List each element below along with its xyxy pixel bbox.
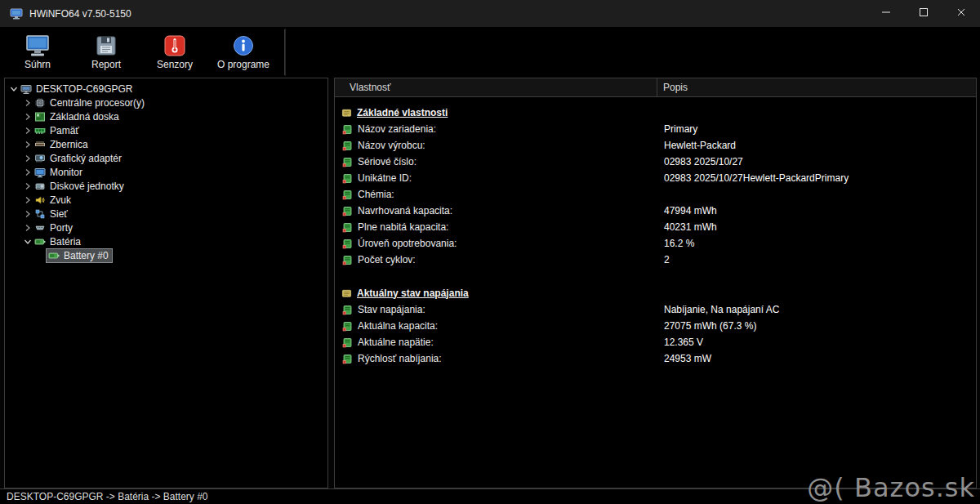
value-cell: 02983 2025/10/27Hewlett-PackardPrimary [657, 172, 849, 184]
tree-item-z-kladn-doska[interactable]: Základná doska [5, 109, 327, 123]
property-label: Rýchlosť nabíjania: [358, 353, 442, 364]
tree-item-diskov-jednotky[interactable]: Diskové jednotky [5, 179, 327, 193]
tree-item-box[interactable]: Sieť [33, 207, 71, 221]
tree-item-box[interactable]: DESKTOP-C69GPGR [19, 83, 136, 96]
tree-item-sie[interactable]: Sieť [5, 207, 327, 221]
property-row-unik-tne-id[interactable]: Unikátne ID:02983 2025/10/27Hewlett-Pack… [335, 170, 976, 186]
tree-item-box[interactable]: Zbernica [33, 138, 91, 151]
property-cell: Úroveň opotrebovania: [335, 238, 657, 249]
property-cell: Chémia: [335, 189, 657, 200]
property-label: Plne nabitá kapacita: [358, 221, 448, 233]
chevron-right-icon[interactable] [22, 224, 33, 232]
chevron-right-icon[interactable] [22, 196, 33, 204]
property-row-ch-mia[interactable]: Chémia: [335, 186, 976, 203]
tree-item-pam[interactable]: Pamäť [5, 123, 327, 137]
tree-item-porty[interactable]: Porty [5, 221, 327, 234]
details-header: Vlastnosť Popis [335, 78, 976, 97]
tree-item-box[interactable]: Monitor [33, 166, 86, 179]
main-area: DESKTOP-C69GPGRCentrálne procesor(y)Zákl… [4, 78, 977, 488]
prop-icon [342, 255, 353, 265]
chevron-right-icon[interactable] [22, 127, 33, 135]
ports-icon [34, 222, 46, 234]
chevron-right-icon[interactable] [22, 113, 33, 121]
property-row-s-riov-slo[interactable]: Sériové číslo:02983 2025/10/27 [335, 154, 976, 170]
tree-item-battery-0[interactable]: Battery #0 [5, 248, 327, 262]
window-controls [867, 0, 980, 27]
tree-item-box[interactable]: Základná doska [33, 110, 122, 123]
chevron-down-icon[interactable] [8, 85, 19, 93]
chevron-right-icon[interactable] [22, 168, 33, 176]
prop-icon [342, 140, 353, 151]
prop-icon [342, 239, 353, 249]
chevron-right-icon[interactable] [22, 182, 33, 190]
property-row-aktu-lna-kapacita[interactable]: Aktuálna kapacita:27075 mWh (67.3 %) [335, 318, 976, 334]
chevron-down-icon[interactable] [22, 238, 33, 246]
property-row-navrhovan-kapacita[interactable]: Navrhovaná kapacita:47994 mWh [335, 203, 976, 219]
report-icon [96, 34, 117, 57]
tree-item-zbernica[interactable]: Zbernica [5, 137, 327, 151]
property-label: Stav napájania: [358, 304, 425, 315]
tree-item-box[interactable]: Diskové jednotky [33, 180, 127, 193]
tree-item-box[interactable]: Centrálne procesor(y) [33, 96, 148, 109]
summary-button[interactable]: Súhrn [3, 29, 72, 75]
property-label: Chémia: [358, 189, 394, 200]
tree-item-grafick-adapt-r[interactable]: Grafický adaptér [5, 151, 327, 165]
disk-icon [34, 181, 46, 192]
device-tree[interactable]: DESKTOP-C69GPGRCentrálne procesor(y)Zákl… [4, 78, 328, 488]
value-cell: 40231 mWh [657, 221, 717, 233]
property-label: Aktuálna kapacita: [358, 320, 438, 332]
tree-item-box[interactable]: Porty [33, 221, 76, 234]
prop-icon [342, 337, 353, 348]
maximize-icon [919, 7, 929, 20]
property-label: Navrhovaná kapacita: [358, 205, 452, 216]
about-button[interactable]: O programe [209, 29, 278, 75]
tree-item-box[interactable]: Grafický adaptér [33, 152, 125, 165]
column-header-value[interactable]: Popis [657, 82, 688, 93]
property-row-r-chlos-nab-jania[interactable]: Rýchlosť nabíjania:24953 mW [335, 350, 976, 367]
tree-item-label: Diskové jednotky [50, 181, 124, 192]
maximize-button[interactable] [905, 0, 942, 27]
tree-item-desktop-c69gpgr[interactable]: DESKTOP-C69GPGR [5, 82, 327, 96]
minimize-button[interactable] [867, 0, 905, 27]
close-button[interactable] [942, 0, 980, 27]
property-row-aktu-lne-nap-tie[interactable]: Aktuálne napätie:12.365 V [335, 334, 976, 350]
sensors-button[interactable]: Senzory [140, 29, 209, 75]
section-header-aktu-lny-stav-nap-jania: Aktuálny stav napájania [335, 284, 976, 301]
about-button-label: O programe [217, 59, 270, 70]
sound-icon [34, 194, 46, 206]
prop-icon [342, 157, 353, 167]
property-row-plne-nabit-kapacita[interactable]: Plne nabitá kapacita:40231 mWh [335, 219, 976, 235]
tree-item-selected-box[interactable]: Battery #0 [47, 249, 112, 262]
prop-icon [342, 206, 353, 216]
property-label: Sériové číslo: [358, 156, 416, 167]
value-cell: Nabíjanie, Na napájaní AC [657, 304, 779, 315]
column-header-property[interactable]: Vlastnosť [335, 78, 657, 96]
property-row-n-zov-zariadenia[interactable]: Názov zariadenia:Primary [335, 121, 976, 137]
tree-item-box[interactable]: Batéria [33, 235, 84, 248]
tree-item-centr-lne-procesor-y[interactable]: Centrálne procesor(y) [5, 96, 327, 109]
prop-icon [342, 124, 353, 135]
property-row-stav-nap-jania[interactable]: Stav napájania:Nabíjanie, Na napájaní AC [335, 301, 976, 318]
tree-item-monitor[interactable]: Monitor [5, 165, 327, 179]
tree-item-box[interactable]: Pamäť [33, 124, 82, 137]
property-row-po-et-cyklov[interactable]: Počet cyklov:2 [335, 252, 976, 268]
property-cell: Unikátne ID: [335, 172, 657, 184]
report-button[interactable]: Report [72, 29, 140, 75]
prop-icon [342, 222, 353, 233]
tree-item-box[interactable]: Zvuk [33, 194, 74, 207]
chevron-right-icon[interactable] [22, 99, 33, 107]
chevron-right-icon[interactable] [22, 154, 33, 163]
tree-item-zvuk[interactable]: Zvuk [5, 193, 327, 207]
folder-icon [341, 288, 352, 298]
toolbar: Súhrn Report Senzory O programe [0, 27, 980, 78]
property-row-rove-opotrebovania[interactable]: Úroveň opotrebovania:16.2 % [335, 235, 976, 252]
property-row-n-zov-v-robcu[interactable]: Názov výrobcu:Hewlett-Packard [335, 137, 976, 154]
details-panel: Vlastnosť Popis Základné vlastnostiNázov… [334, 78, 977, 488]
chevron-right-icon[interactable] [22, 210, 33, 218]
tree-item-bat-ria[interactable]: Batéria [5, 234, 327, 248]
chevron-right-icon[interactable] [22, 140, 33, 149]
about-icon [233, 34, 254, 57]
property-cell: Sériové číslo: [335, 156, 657, 167]
status-bar: DESKTOP-C69GPGR -> Batéria -> Battery #0 [0, 488, 980, 504]
bus-icon [34, 139, 46, 150]
